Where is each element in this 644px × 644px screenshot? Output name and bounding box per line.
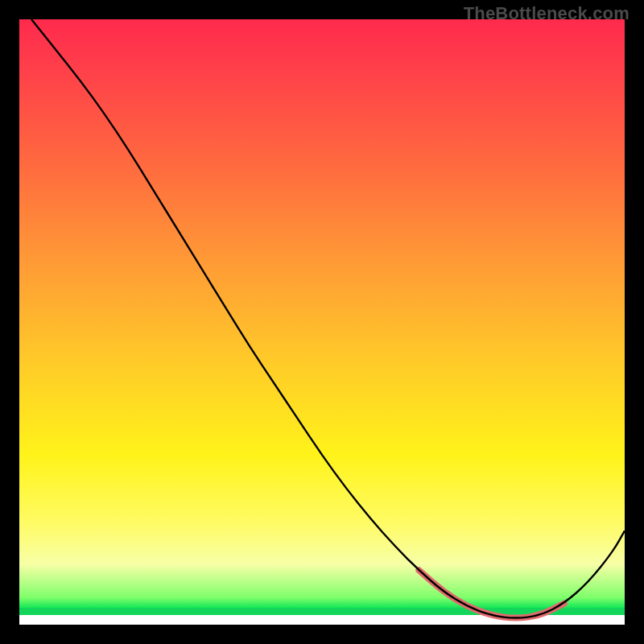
chart-frame: TheBottleneck.com [0, 0, 644, 644]
plot-area [19, 19, 625, 625]
gradient-background [19, 19, 625, 625]
